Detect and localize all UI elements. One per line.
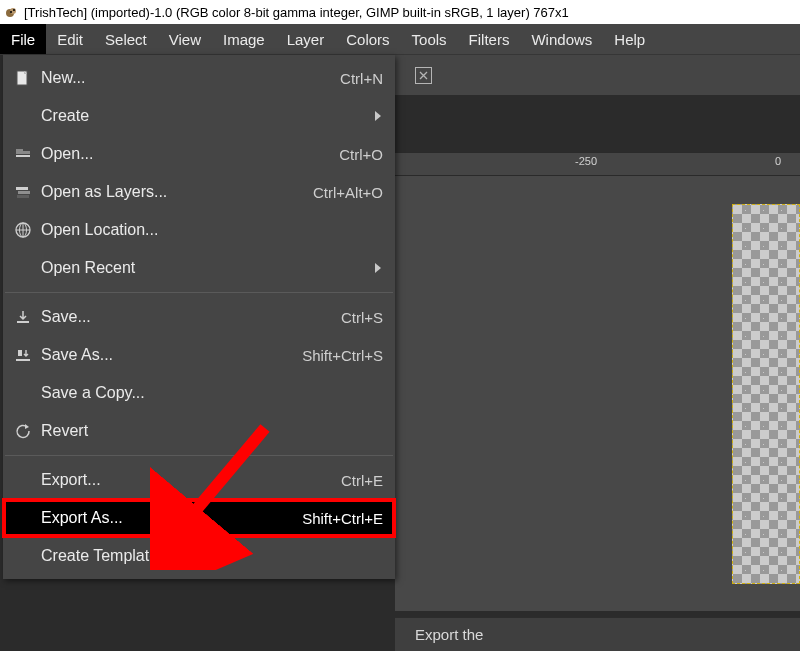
image-canvas[interactable] — [732, 204, 800, 584]
svg-marker-6 — [375, 111, 381, 121]
menu-label: New... — [37, 69, 340, 87]
menu-label: Create Template... — [37, 547, 383, 565]
revert-icon — [9, 422, 37, 440]
menu-tools[interactable]: Tools — [401, 24, 458, 54]
menu-shortcut: Shift+Ctrl+E — [302, 510, 383, 527]
menu-item-save-copy[interactable]: Save a Copy... — [3, 374, 395, 412]
menu-item-open-location[interactable]: Open Location... — [3, 211, 395, 249]
menu-label: Create — [37, 107, 373, 125]
submenu-arrow-icon — [373, 262, 383, 274]
menu-separator — [5, 292, 393, 293]
menu-filters[interactable]: Filters — [458, 24, 521, 54]
layers-icon — [9, 183, 37, 201]
window-title-text: [TrishTech] (imported)-1.0 (RGB color 8-… — [24, 5, 569, 20]
menu-label: Open as Layers... — [37, 183, 313, 201]
new-file-icon — [9, 69, 37, 87]
status-bar: Export the — [395, 617, 800, 651]
svg-rect-12 — [17, 195, 29, 198]
menu-shortcut: Ctrl+E — [341, 472, 383, 489]
svg-rect-11 — [18, 191, 30, 194]
menu-shortcut: Ctrl+Alt+O — [313, 184, 383, 201]
svg-rect-18 — [18, 350, 22, 356]
svg-marker-19 — [25, 424, 29, 429]
menu-label: Export... — [37, 471, 341, 489]
menu-item-revert[interactable]: Revert — [3, 412, 395, 450]
svg-point-3 — [13, 9, 15, 11]
menu-view[interactable]: View — [158, 24, 212, 54]
status-text: Export the — [415, 626, 483, 643]
menu-item-open-recent[interactable]: Open Recent — [3, 249, 395, 287]
svg-point-2 — [10, 11, 12, 13]
menu-item-save[interactable]: Save... Ctrl+S — [3, 298, 395, 336]
globe-icon — [9, 221, 37, 239]
menu-label: Revert — [37, 422, 383, 440]
menu-item-export[interactable]: Export... Ctrl+E — [3, 461, 395, 499]
svg-marker-15 — [375, 263, 381, 273]
menu-shortcut: Ctrl+S — [341, 309, 383, 326]
menu-help[interactable]: Help — [603, 24, 656, 54]
menu-select[interactable]: Select — [94, 24, 158, 54]
menu-label: Open... — [37, 145, 339, 163]
menu-shortcut: Shift+Ctrl+S — [302, 347, 383, 364]
menu-item-create[interactable]: Create — [3, 97, 395, 135]
menu-file[interactable]: File — [0, 24, 46, 54]
menu-shortcut: Ctrl+N — [340, 70, 383, 87]
menu-shortcut: Ctrl+O — [339, 146, 383, 163]
menu-item-open[interactable]: Open... Ctrl+O — [3, 135, 395, 173]
window-title-bar: [TrishTech] (imported)-1.0 (RGB color 8-… — [0, 0, 800, 24]
menu-label: Open Recent — [37, 259, 373, 277]
open-icon — [9, 145, 37, 163]
menu-item-new[interactable]: New... Ctrl+N — [3, 59, 395, 97]
menu-item-export-as[interactable]: Export As... Shift+Ctrl+E — [3, 499, 395, 537]
svg-rect-16 — [17, 321, 29, 323]
submenu-arrow-icon — [373, 110, 383, 122]
menu-label: Open Location... — [37, 221, 383, 239]
gimp-app-icon — [4, 4, 20, 20]
menu-label: Export As... — [37, 509, 302, 527]
menu-item-open-as-layers[interactable]: Open as Layers... Ctrl+Alt+O — [3, 173, 395, 211]
menu-layer[interactable]: Layer — [276, 24, 336, 54]
svg-rect-7 — [16, 155, 30, 157]
menu-label: Save... — [37, 308, 341, 326]
canvas-background — [395, 176, 800, 611]
menu-item-save-as[interactable]: Save As... Shift+Ctrl+S — [3, 336, 395, 374]
menu-colors[interactable]: Colors — [335, 24, 400, 54]
file-dropdown: New... Ctrl+N Create Open... Ctrl+O Open… — [3, 55, 395, 579]
document-tab-strip — [395, 55, 800, 95]
svg-point-1 — [10, 8, 16, 14]
save-icon — [9, 308, 37, 326]
svg-rect-10 — [16, 187, 28, 190]
svg-rect-17 — [16, 359, 30, 361]
main-menu-bar: File Edit Select View Image Layer Colors… — [0, 24, 800, 55]
menu-label: Save As... — [37, 346, 302, 364]
save-as-icon — [9, 346, 37, 364]
ruler-tick: 0 — [775, 155, 781, 167]
menu-image[interactable]: Image — [212, 24, 276, 54]
menu-windows[interactable]: Windows — [520, 24, 603, 54]
svg-rect-9 — [16, 149, 23, 152]
menu-edit[interactable]: Edit — [46, 24, 94, 54]
menu-label: Save a Copy... — [37, 384, 383, 402]
ruler-tick: -250 — [575, 155, 597, 167]
menu-item-create-template[interactable]: Create Template... — [3, 537, 395, 575]
horizontal-ruler: -250 0 — [395, 152, 800, 176]
menu-separator — [5, 455, 393, 456]
close-tab-icon[interactable] — [415, 67, 432, 84]
